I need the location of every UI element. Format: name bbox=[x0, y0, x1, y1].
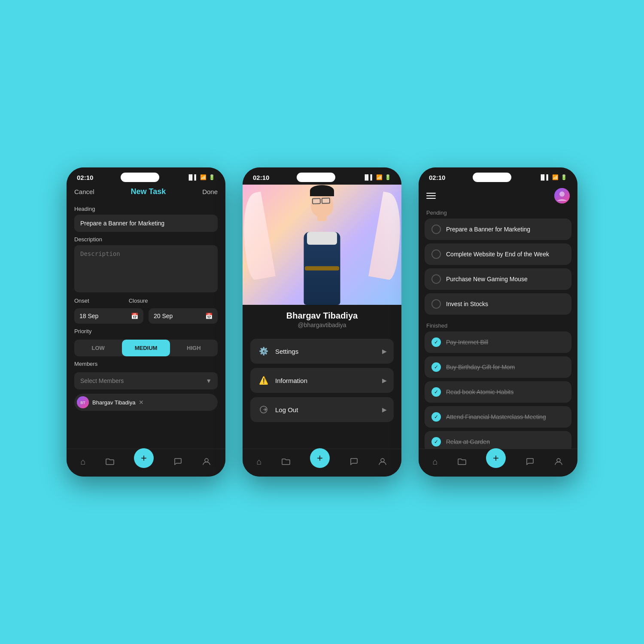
onset-input[interactable]: 18 Sep 📅 bbox=[74, 308, 143, 324]
logout-menu-item[interactable]: Log Out ▶ bbox=[250, 397, 394, 422]
task-top-bar bbox=[419, 185, 577, 209]
bottom-nav-2: ⌂ + bbox=[243, 449, 401, 477]
finished-section: Finished ✓ Pay Internet Bill ✓ Buy Birth… bbox=[419, 318, 577, 449]
information-chevron: ▶ bbox=[382, 377, 387, 384]
member-avatar: BT bbox=[77, 396, 89, 408]
status-icons-1: ▐▌▌ 📶 🔋 bbox=[187, 174, 215, 180]
home-icon-3[interactable]: ⌂ bbox=[433, 457, 438, 467]
phone-task-list: 02:10 ▐▌▌ 📶 🔋 bbox=[419, 167, 577, 477]
task-item[interactable]: Prepare a Banner for Marketing bbox=[425, 219, 571, 240]
priority-medium[interactable]: MEDIUM bbox=[122, 340, 170, 356]
status-time-2: 02:10 bbox=[253, 174, 269, 181]
done-circle-2: ✓ bbox=[431, 362, 441, 372]
nav-bar: Cancel New Task Done bbox=[74, 185, 218, 201]
done-circle-1: ✓ bbox=[431, 337, 441, 347]
person-icon-3[interactable] bbox=[554, 457, 563, 466]
profile-info: Bhargav Tibadiya @bhargavtibadiya bbox=[243, 305, 401, 334]
svg-point-7 bbox=[557, 459, 560, 462]
home-icon[interactable]: ⌂ bbox=[81, 457, 86, 467]
profile-image bbox=[243, 185, 401, 305]
chat-icon-3[interactable] bbox=[525, 457, 535, 466]
dynamic-island-3 bbox=[473, 173, 511, 182]
task-item[interactable]: Invest in Stocks bbox=[425, 293, 571, 315]
status-icons-3: ▐▌▌ 📶 🔋 bbox=[539, 174, 567, 180]
status-bar-3: 02:10 ▐▌▌ 📶 🔋 bbox=[419, 167, 577, 185]
members-placeholder: Select Members bbox=[80, 377, 124, 384]
dropdown-icon: ▼ bbox=[206, 377, 212, 384]
phone-new-task: 02:10 ▐▌▌ 📶 🔋 Cancel New Task Done Headi… bbox=[67, 167, 225, 477]
information-item-left: ⚠️ Information bbox=[257, 374, 307, 387]
settings-chevron: ▶ bbox=[382, 348, 387, 355]
task-circle-1 bbox=[431, 225, 441, 234]
logout-item-left: Log Out bbox=[257, 403, 298, 416]
description-label: Description bbox=[74, 236, 218, 243]
calendar-icon-1: 📅 bbox=[131, 313, 138, 319]
task-circle-4 bbox=[431, 299, 441, 309]
signal-icon: ▐▌▌ bbox=[187, 174, 198, 180]
logout-icon bbox=[257, 403, 270, 416]
status-bar-2: 02:10 ▐▌▌ 📶 🔋 bbox=[243, 167, 401, 185]
signal-icon-3: ▐▌▌ bbox=[539, 174, 550, 180]
priority-high[interactable]: HIGH bbox=[170, 340, 218, 356]
logout-chevron: ▶ bbox=[382, 406, 387, 413]
task-circle-3 bbox=[431, 274, 441, 284]
finished-task-item[interactable]: ✓ Attend Financial Masterclass Meeting bbox=[425, 406, 571, 428]
task-list-content: Pending Prepare a Banner for Marketing C… bbox=[419, 185, 577, 449]
add-button-2[interactable]: + bbox=[310, 448, 330, 468]
information-menu-item[interactable]: ⚠️ Information ▶ bbox=[250, 368, 394, 393]
task-item[interactable]: Complete Website by End of the Week bbox=[425, 243, 571, 265]
svg-point-4 bbox=[381, 459, 384, 462]
closure-field: 20 Sep 📅 bbox=[149, 308, 218, 324]
onset-field: 18 Sep 📅 bbox=[74, 308, 143, 324]
figure-hair bbox=[310, 185, 334, 196]
closure-input[interactable]: 20 Sep 📅 bbox=[149, 308, 218, 324]
logout-label: Log Out bbox=[275, 406, 298, 413]
status-time-3: 02:10 bbox=[429, 174, 445, 181]
done-circle-3: ✓ bbox=[431, 387, 441, 397]
profile-handle: @bhargavtibadiya bbox=[250, 322, 394, 328]
task-text-2: Complete Website by End of the Week bbox=[446, 251, 549, 258]
profile-content: Bhargav Tibadiya @bhargavtibadiya ⚙️ Set… bbox=[243, 185, 401, 449]
hamburger-menu[interactable] bbox=[426, 193, 436, 199]
priority-low[interactable]: LOW bbox=[74, 340, 122, 356]
cancel-button[interactable]: Cancel bbox=[74, 188, 94, 195]
information-icon: ⚠️ bbox=[257, 374, 270, 387]
heading-input[interactable] bbox=[74, 215, 218, 232]
battery-icon: 🔋 bbox=[209, 174, 215, 180]
description-textarea[interactable] bbox=[74, 245, 218, 292]
folder-icon-2[interactable] bbox=[281, 457, 291, 466]
task-text-4: Invest in Stocks bbox=[446, 301, 488, 307]
member-remove-button[interactable]: ✕ bbox=[139, 399, 144, 406]
done-circle-5: ✓ bbox=[431, 437, 441, 447]
profile-name: Bhargav Tibadiya bbox=[250, 311, 394, 321]
settings-menu-item[interactable]: ⚙️ Settings ▶ bbox=[250, 339, 394, 364]
folder-icon-3[interactable] bbox=[457, 457, 467, 466]
done-button[interactable]: Done bbox=[202, 188, 218, 195]
person-icon[interactable] bbox=[202, 457, 211, 466]
finished-task-item[interactable]: ✓ Relax at Garden bbox=[425, 431, 571, 449]
bottom-nav-3: ⌂ + bbox=[419, 449, 577, 477]
pending-label: Pending bbox=[419, 209, 577, 219]
add-button-3[interactable]: + bbox=[486, 448, 506, 468]
person-icon-2[interactable] bbox=[378, 457, 387, 466]
menu-list: ⚙️ Settings ▶ ⚠️ Information ▶ bbox=[243, 334, 401, 426]
folder-icon[interactable] bbox=[105, 457, 115, 466]
chat-icon[interactable] bbox=[173, 457, 182, 466]
svg-point-6 bbox=[559, 191, 565, 197]
task-item[interactable]: Purchase New Gaming Mouse bbox=[425, 268, 571, 290]
user-avatar[interactable] bbox=[554, 188, 570, 204]
settings-item-left: ⚙️ Settings bbox=[257, 345, 298, 358]
add-button[interactable]: + bbox=[134, 448, 154, 468]
bottom-nav-1: ⌂ + bbox=[67, 449, 225, 477]
heading-label: Heading bbox=[74, 206, 218, 212]
svg-text:BT: BT bbox=[80, 401, 85, 405]
finished-task-item[interactable]: ✓ Buy Birthday Gift for Mom bbox=[425, 356, 571, 378]
finished-task-item[interactable]: ✓ Read book Atomic Habits bbox=[425, 381, 571, 403]
finished-task-text-2: Buy Birthday Gift for Mom bbox=[446, 364, 515, 371]
chat-icon-2[interactable] bbox=[349, 457, 358, 466]
signal-icon-2: ▐▌▌ bbox=[363, 174, 374, 180]
selected-member-tag: BT Bhargav Tibadiya ✕ bbox=[74, 394, 218, 411]
members-select[interactable]: Select Members ▼ bbox=[74, 372, 218, 389]
home-icon-2[interactable]: ⌂ bbox=[257, 457, 262, 467]
finished-task-item[interactable]: ✓ Pay Internet Bill bbox=[425, 331, 571, 353]
